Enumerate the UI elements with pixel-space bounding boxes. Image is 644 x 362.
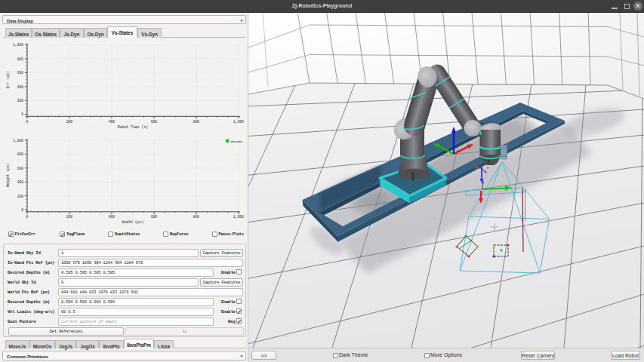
svg-text:0: 0 [21, 208, 23, 212]
svg-text:600: 600 [17, 71, 24, 75]
svg-text:1,000: 1,000 [233, 215, 244, 219]
svg-text:Width (px): Width (px) [122, 220, 144, 224]
svg-text:800: 800 [193, 120, 200, 124]
svg-text:1,000: 1,000 [13, 139, 23, 143]
svg-text:400: 400 [17, 85, 24, 89]
svg-text:Err (px): Err (px) [6, 71, 10, 88]
svg-text:0: 0 [26, 120, 29, 124]
svg-text:1,000: 1,000 [233, 120, 244, 124]
svg-text:200: 200 [66, 215, 73, 219]
svg-text:400: 400 [17, 180, 24, 184]
svg-text:0: 0 [26, 215, 29, 219]
svg-text:600: 600 [151, 120, 158, 124]
svg-text:Height (px): Height (px) [6, 163, 10, 187]
svg-text:200: 200 [17, 99, 24, 103]
svg-text:Bounds: Bounds [231, 140, 243, 143]
svg-text:Robot Time (s): Robot Time (s) [118, 125, 148, 129]
svg-text:800: 800 [17, 152, 24, 156]
svg-text:1,000: 1,000 [13, 43, 23, 47]
svg-text:800: 800 [193, 215, 200, 219]
svg-text:200: 200 [17, 195, 24, 198]
svg-text:400: 400 [109, 120, 116, 124]
svg-text:600: 600 [17, 167, 24, 170]
svg-text:600: 600 [151, 215, 158, 219]
svg-text:800: 800 [17, 57, 24, 61]
svg-text:0: 0 [21, 112, 23, 116]
svg-text:400: 400 [109, 215, 116, 219]
svg-text:200: 200 [66, 120, 73, 124]
